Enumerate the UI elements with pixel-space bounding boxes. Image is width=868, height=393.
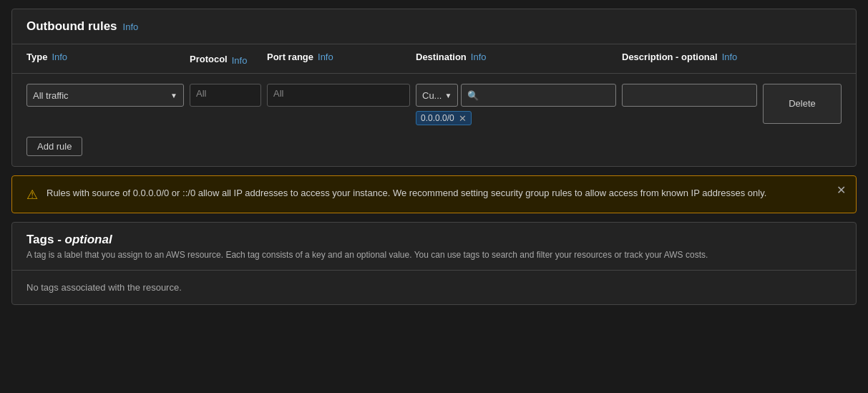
col-protocol-label: Protocol <box>190 54 228 64</box>
tags-section: Tags - optional A tag is a label that yo… <box>11 222 857 305</box>
close-icon[interactable]: ✕ <box>837 185 846 196</box>
col-destination-header: Destination Info <box>416 52 616 62</box>
type-value: All traffic <box>33 90 69 101</box>
description-input[interactable] <box>622 84 757 107</box>
col-portrange-header: Port range Info <box>267 52 410 62</box>
cidr-value: 0.0.0.0/0 <box>421 113 454 123</box>
rules-table-header: Type Info Protocol Info Port range Info … <box>12 44 856 74</box>
destination-type-row: Cu... ▼ 🔍 <box>416 84 616 107</box>
type-dropdown[interactable]: All traffic ▼ <box>26 84 184 107</box>
col-portrange-label: Port range <box>267 52 313 62</box>
col-portrange-info-link[interactable]: Info <box>318 52 333 62</box>
destination-type-value: Cu... <box>422 90 442 101</box>
table-row: All traffic ▼ All All Cu... ▼ <box>26 84 842 125</box>
tags-body: No tags associated with the resource. <box>12 271 856 304</box>
outbound-rules-title: Outbound rules <box>26 19 117 34</box>
no-tags-text: No tags associated with the resource. <box>26 282 182 293</box>
chevron-down-icon: ▼ <box>444 92 452 100</box>
cidr-remove-icon[interactable]: ✕ <box>459 114 467 123</box>
col-type-header: Type Info <box>26 52 184 62</box>
col-protocol-header: Protocol Info <box>190 52 261 66</box>
cidr-tag: 0.0.0.0/0 ✕ <box>416 111 472 125</box>
tags-title: Tags - optional <box>26 233 842 247</box>
warning-icon: ⚠ <box>26 187 38 203</box>
col-protocol-info-link[interactable]: Info <box>232 55 248 66</box>
chevron-down-icon: ▼ <box>170 92 177 100</box>
col-description-label: Description - optional <box>622 52 718 62</box>
outbound-rules-section: Outbound rules Info Type Info Protocol I… <box>11 9 857 167</box>
port-range-input: All <box>267 84 410 107</box>
delete-button[interactable]: Delete <box>763 84 842 124</box>
tags-header: Tags - optional A tag is a label that yo… <box>12 223 856 271</box>
search-icon: 🔍 <box>467 90 479 101</box>
add-rule-button[interactable]: Add rule <box>26 137 82 156</box>
destination-search-input[interactable] <box>483 90 610 101</box>
rules-row-area: All traffic ▼ All All Cu... ▼ <box>12 74 856 166</box>
col-destination-label: Destination <box>416 52 467 62</box>
destination-type-dropdown[interactable]: Cu... ▼ <box>416 84 458 107</box>
col-type-info-link[interactable]: Info <box>52 52 67 62</box>
destination-search-wrapper: 🔍 <box>461 84 616 107</box>
col-type-label: Type <box>26 52 47 62</box>
outbound-rules-header: Outbound rules Info <box>12 9 856 44</box>
tags-subtitle: A tag is a label that you assign to an A… <box>26 250 842 260</box>
protocol-input: All <box>190 84 261 107</box>
col-description-header: Description - optional Info <box>622 52 842 62</box>
destination-area: Cu... ▼ 🔍 0.0.0.0/0 ✕ <box>416 84 616 125</box>
warning-text: Rules with source of 0.0.0.0/0 or ::/0 a… <box>47 186 842 200</box>
col-destination-info-link[interactable]: Info <box>471 52 487 62</box>
warning-banner: ⚠ Rules with source of 0.0.0.0/0 or ::/0… <box>11 175 857 213</box>
col-description-info-link[interactable]: Info <box>722 52 738 62</box>
outbound-rules-info-link[interactable]: Info <box>123 21 139 32</box>
